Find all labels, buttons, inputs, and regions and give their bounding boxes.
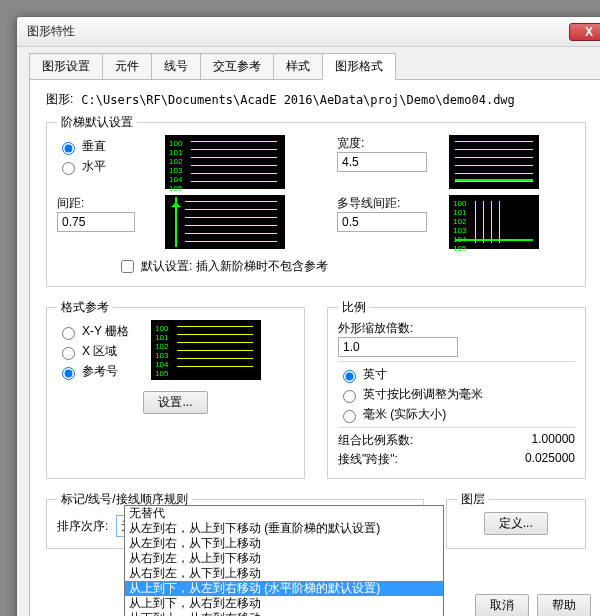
dropdown-option-highlighted[interactable]: 从上到下，从左到右移动 (水平阶梯的默认设置) — [125, 581, 443, 596]
drawing-path: C:\Users\RF\Documents\AcadE 2016\AeData\… — [81, 93, 514, 107]
multiwire-input[interactable] — [337, 212, 427, 232]
dropdown-option[interactable]: 从左到右，从上到下移动 (垂直阶梯的默认设置) — [125, 521, 443, 536]
scale-group: 比例 外形缩放倍数: 英寸 英寸按比例调整为毫米 毫米 (实际大小) 组合比例系… — [327, 299, 586, 479]
format-ref-preview-icon: 100101102103104105 — [151, 320, 261, 380]
tab-strip: 图形设置 元件 线号 交互参考 样式 图形格式 — [17, 47, 600, 80]
radio-horizontal[interactable] — [62, 162, 75, 175]
ext-scale-label: 外形缩放倍数: — [338, 320, 575, 337]
dialog-title: 图形特性 — [27, 23, 569, 40]
radio-vertical-label: 垂直 — [82, 138, 106, 155]
combo-scale-value: 1.00000 — [532, 432, 575, 449]
radio-xy-label: X-Y 栅格 — [82, 323, 129, 340]
dropdown-option[interactable]: 从左到右，从下到上移动 — [125, 536, 443, 551]
dropdown-option[interactable]: 无替代 — [125, 506, 443, 521]
radio-xy-grid[interactable] — [62, 327, 75, 340]
ext-scale-input[interactable] — [338, 337, 458, 357]
titlebar[interactable]: 图形特性 X — [17, 17, 600, 47]
radio-inch-mm-label: 英寸按比例调整为毫米 — [363, 386, 483, 403]
default-checkbox-label: 默认设置: 插入新阶梯时不包含参考 — [141, 258, 328, 275]
tab-styles[interactable]: 样式 — [273, 53, 323, 80]
tab-wire-numbers[interactable]: 线号 — [151, 53, 201, 80]
default-checkbox[interactable] — [121, 260, 134, 273]
tab-components[interactable]: 元件 — [102, 53, 152, 80]
dropdown-option[interactable]: 从右到左，从下到上移动 — [125, 566, 443, 581]
spacing-label: 间距: — [57, 195, 143, 212]
format-ref-group: 格式参考 X-Y 栅格 X 区域 参考号 100101102103104105 … — [46, 299, 305, 479]
radio-refnum-label: 参考号 — [82, 363, 118, 380]
dropdown-option[interactable]: 从下到上，从左到右移动 — [125, 611, 443, 616]
combo-scale-label: 组合比例系数: — [338, 432, 413, 449]
drawing-path-row: 图形: C:\Users\RF\Documents\AcadE 2016\AeD… — [46, 91, 586, 108]
ladder-preview-icon: 100101102103104105 — [165, 135, 285, 189]
sort-order-dropdown[interactable]: 无替代 从左到右，从上到下移动 (垂直阶梯的默认设置) 从左到右，从下到上移动 … — [124, 505, 444, 616]
wire-jumper-label: 接线"跨接": — [338, 451, 398, 468]
layer-legend: 图层 — [457, 491, 489, 508]
radio-vertical[interactable] — [62, 142, 75, 155]
multiwire-preview-icon: 100101102103104105 — [449, 195, 539, 249]
width-label: 宽度: — [337, 135, 427, 152]
dialog-window: 图形特性 X 图形设置 元件 线号 交互参考 样式 图形格式 图形: C:\Us… — [16, 16, 600, 616]
dropdown-option[interactable]: 从上到下，从右到左移动 — [125, 596, 443, 611]
radio-mm-actual-label: 毫米 (实际大小) — [363, 406, 446, 423]
radio-refnum[interactable] — [62, 367, 75, 380]
radio-horizontal-label: 水平 — [82, 158, 106, 175]
radio-inch[interactable] — [343, 370, 356, 383]
tab-cross-ref[interactable]: 交互参考 — [200, 53, 274, 80]
scale-legend: 比例 — [338, 299, 370, 316]
radio-x-zone[interactable] — [62, 347, 75, 360]
radio-inch-mm[interactable] — [343, 390, 356, 403]
define-button[interactable]: 定义... — [484, 512, 548, 535]
spacing-preview-icon — [165, 195, 285, 249]
cancel-button[interactable]: 取消 — [475, 594, 529, 616]
radio-mm-actual[interactable] — [343, 410, 356, 423]
radio-xzone-label: X 区域 — [82, 343, 117, 360]
default-checkbox-row[interactable]: 默认设置: 插入新阶梯时不包含参考 — [117, 257, 575, 276]
close-button[interactable]: X — [569, 23, 600, 41]
ladder-defaults-legend: 阶梯默认设置 — [57, 114, 137, 131]
width-input[interactable] — [337, 152, 427, 172]
dropdown-option[interactable]: 从右到左，从上到下移动 — [125, 551, 443, 566]
close-icon: X — [585, 25, 593, 39]
multiwire-label: 多导线间距: — [337, 195, 427, 212]
tab-drawing-format[interactable]: 图形格式 — [322, 53, 396, 80]
spacing-input[interactable] — [57, 212, 135, 232]
radio-inch-label: 英寸 — [363, 366, 387, 383]
drawing-label: 图形: — [46, 91, 73, 108]
help-button[interactable]: 帮助 — [537, 594, 591, 616]
width-preview-icon — [449, 135, 539, 189]
sort-order-label: 排序次序: — [57, 518, 108, 535]
tab-drawing-settings[interactable]: 图形设置 — [29, 53, 103, 80]
setup-button[interactable]: 设置... — [143, 391, 207, 414]
ladder-defaults-group: 阶梯默认设置 垂直 水平 100101102103104105 宽度: — [46, 114, 586, 287]
layer-group: 图层 定义... — [446, 491, 587, 549]
format-ref-legend: 格式参考 — [57, 299, 113, 316]
wire-jumper-value: 0.025000 — [525, 451, 575, 468]
